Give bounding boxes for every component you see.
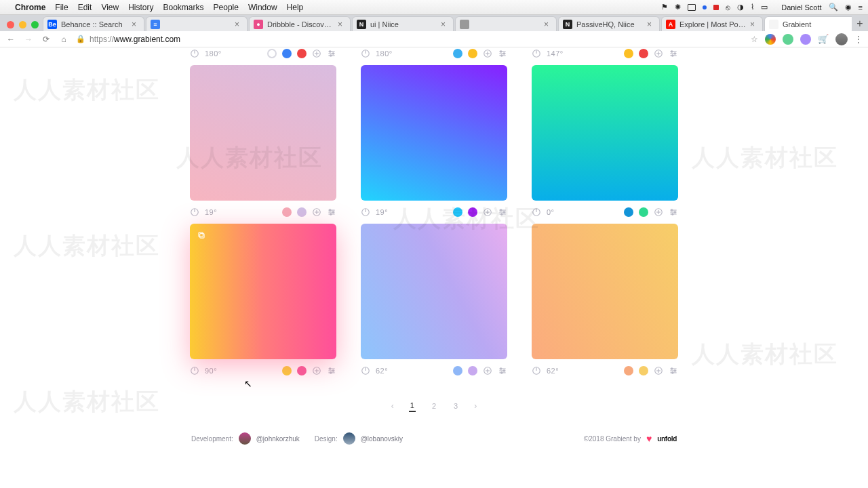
color-swatch[interactable]: [282, 207, 292, 217]
angle-value[interactable]: 180°: [205, 49, 222, 58]
angle-value[interactable]: 62°: [547, 367, 559, 375]
close-tab-icon[interactable]: ×: [750, 20, 758, 28]
angle-icon[interactable]: [190, 49, 199, 58]
extension-icon[interactable]: [783, 34, 793, 45]
menu-history[interactable]: History: [128, 3, 153, 12]
add-color-icon[interactable]: [654, 366, 663, 375]
menu-help[interactable]: Help: [287, 3, 304, 12]
angle-icon[interactable]: [361, 49, 370, 58]
angle-value[interactable]: 90°: [205, 367, 217, 375]
browser-tab[interactable]: ● Dribbble - Discover the World ×: [249, 16, 351, 31]
brand-link[interactable]: unfold: [657, 435, 677, 443]
sliders-icon[interactable]: [327, 366, 336, 375]
app-name[interactable]: Chrome: [15, 3, 45, 12]
search-icon[interactable]: 🔍: [829, 3, 838, 12]
gradient-card[interactable]: [190, 224, 336, 359]
browser-tab[interactable]: A Explore | Most Popular - Adobe ×: [661, 16, 763, 31]
color-swatch[interactable]: [297, 49, 307, 58]
wifi-icon[interactable]: ⌇: [751, 3, 754, 12]
close-tab-icon[interactable]: ×: [235, 20, 243, 28]
angle-icon[interactable]: [190, 366, 199, 375]
color-swatch[interactable]: [453, 49, 462, 58]
copy-icon[interactable]: [197, 230, 206, 240]
color-swatch[interactable]: [639, 366, 648, 375]
close-tab-icon[interactable]: ×: [544, 20, 552, 28]
angle-value[interactable]: 19°: [205, 208, 217, 216]
angle-icon[interactable]: [532, 49, 541, 58]
color-swatch[interactable]: [468, 49, 477, 58]
angle-icon[interactable]: [532, 366, 541, 375]
menubar-icon[interactable]: ⎋: [726, 3, 730, 12]
add-color-icon[interactable]: [312, 207, 321, 217]
menubar-icon[interactable]: [703, 5, 707, 9]
menubar-icon[interactable]: [713, 5, 719, 10]
color-swatch[interactable]: [297, 366, 307, 375]
color-swatch[interactable]: [453, 207, 462, 217]
window-close-icon[interactable]: [7, 21, 14, 28]
window-max-icon[interactable]: [31, 21, 39, 28]
color-swatch[interactable]: [453, 366, 462, 375]
menu-people[interactable]: People: [214, 3, 239, 12]
extension-icon[interactable]: [765, 34, 776, 45]
color-swatch[interactable]: [282, 49, 292, 58]
window-min-icon[interactable]: [19, 21, 26, 28]
angle-icon[interactable]: [532, 207, 541, 217]
menubar-icon[interactable]: ◑: [737, 3, 744, 12]
add-color-icon[interactable]: [483, 366, 492, 375]
close-tab-icon[interactable]: ×: [647, 20, 655, 28]
menubar-user[interactable]: Daniel Scott: [781, 3, 821, 12]
angle-icon[interactable]: [361, 366, 370, 375]
menubar-icon[interactable]: [688, 4, 696, 11]
color-swatch[interactable]: [624, 366, 633, 375]
color-swatch[interactable]: [624, 49, 633, 58]
dev-handle[interactable]: @johnkorzhuk: [256, 435, 300, 443]
menu-view[interactable]: View: [101, 3, 119, 12]
angle-value[interactable]: 19°: [376, 208, 388, 216]
add-color-icon[interactable]: [483, 49, 492, 58]
close-tab-icon[interactable]: ×: [132, 20, 140, 28]
color-swatch[interactable]: [282, 366, 292, 375]
menu-icon[interactable]: ≡: [859, 3, 863, 12]
browser-tab[interactable]: Be Behance :: Search ×: [43, 16, 144, 31]
profile-avatar[interactable]: [835, 33, 848, 45]
add-color-icon[interactable]: [654, 49, 663, 58]
angle-value[interactable]: 180°: [376, 49, 393, 58]
menu-bookmarks[interactable]: Bookmarks: [163, 3, 204, 12]
color-swatch[interactable]: [624, 207, 633, 217]
color-swatch[interactable]: [297, 207, 307, 217]
close-tab-icon[interactable]: ×: [441, 20, 449, 28]
angle-icon[interactable]: [190, 207, 199, 217]
prev-page-icon[interactable]: ‹: [391, 401, 394, 411]
color-swatch[interactable]: [639, 49, 648, 58]
color-swatch[interactable]: [468, 207, 477, 217]
menu-file[interactable]: File: [55, 3, 68, 12]
browser-tab[interactable]: Grabient ×: [764, 16, 852, 31]
home-button[interactable]: ⌂: [58, 35, 69, 44]
sliders-icon[interactable]: [327, 49, 336, 58]
back-button[interactable]: ←: [5, 35, 16, 44]
sliders-icon[interactable]: [669, 207, 678, 217]
address-bar[interactable]: 🔒 https://www.grabient.com: [76, 33, 744, 45]
sliders-icon[interactable]: [669, 366, 678, 375]
color-swatch[interactable]: [639, 207, 648, 217]
color-swatch[interactable]: [267, 49, 277, 58]
more-icon[interactable]: ⋮: [854, 35, 863, 44]
new-tab-button[interactable]: +: [852, 16, 868, 31]
gradient-card[interactable]: [361, 224, 507, 359]
sliders-icon[interactable]: [498, 49, 507, 58]
browser-tab[interactable]: ×: [455, 16, 557, 31]
sliders-icon[interactable]: [498, 366, 507, 375]
menu-edit[interactable]: Edit: [78, 3, 92, 12]
sliders-icon[interactable]: [669, 49, 678, 58]
browser-tab[interactable]: N PassiveHQ, Niice ×: [558, 16, 660, 31]
angle-icon[interactable]: [361, 207, 370, 217]
gradient-card[interactable]: [532, 65, 678, 201]
add-color-icon[interactable]: [654, 207, 663, 217]
browser-tab[interactable]: ≡ ×: [146, 16, 248, 31]
angle-value[interactable]: 147°: [547, 49, 564, 58]
angle-value[interactable]: 62°: [376, 367, 388, 375]
gradient-card[interactable]: [190, 65, 336, 201]
page-number[interactable]: 3: [452, 401, 459, 411]
reload-button[interactable]: ⟳: [41, 35, 52, 44]
add-color-icon[interactable]: [312, 366, 321, 375]
